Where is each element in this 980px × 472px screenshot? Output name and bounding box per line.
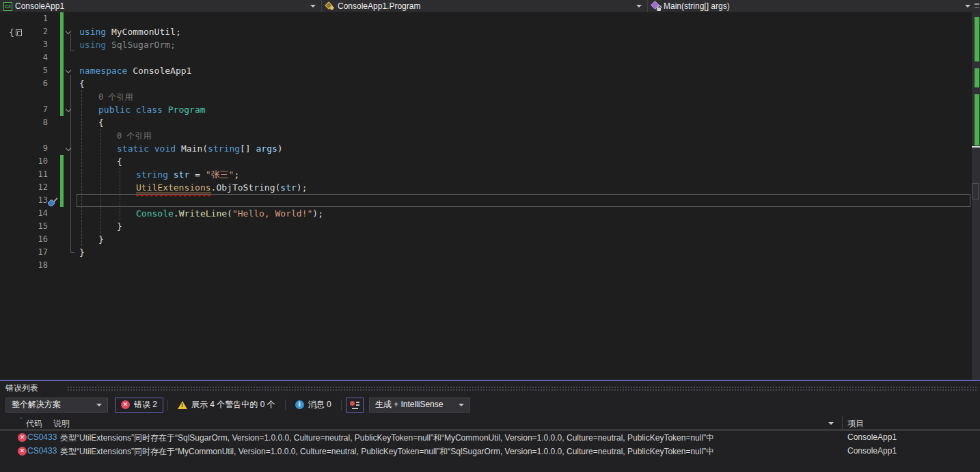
nav-type-label: ConsoleApp1.Program	[338, 1, 420, 11]
scope-selector[interactable]: 整个解决方案	[5, 398, 108, 413]
error-description: 类型“UtilExtensions”同时存在于“MyCommonUtil, Ve…	[60, 446, 714, 458]
nav-project-label: ConsoleApp1	[15, 1, 64, 11]
toolbar-divider	[341, 400, 342, 411]
code-text: static void Main(string[] args)	[117, 142, 283, 155]
error-code-link[interactable]: CS0433	[27, 432, 57, 442]
quick-actions-screwdriver-icon[interactable]	[48, 197, 59, 206]
line-number: 10	[19, 155, 48, 168]
code-line-8[interactable]: 8{	[0, 116, 972, 129]
collapse-chevron-icon[interactable]	[66, 29, 71, 34]
error-project: ConsoleApp1	[847, 432, 897, 442]
error-list-toolbar: 整个解决方案 ✕ 错误 2 展示 4 个警告中的 0 个 i 消息 0 生成 +…	[0, 395, 980, 414]
current-line-highlight	[77, 194, 970, 207]
error-icon: ✕	[121, 400, 130, 409]
code-line-10[interactable]: 10{	[0, 155, 972, 168]
code-line-6[interactable]: 6{	[0, 77, 972, 90]
line-number: 9	[19, 142, 48, 155]
code-line-3[interactable]: 3using SqlSugarOrm;	[0, 38, 972, 51]
error-icon: ✕	[18, 433, 27, 442]
error-project: ConsoleApp1	[847, 446, 897, 456]
line-number: 4	[19, 51, 48, 64]
line-number: 1	[19, 12, 48, 25]
code-text: {	[79, 77, 85, 90]
code-line-5[interactable]: 5namespace ConsoleApp1	[0, 64, 972, 77]
change-tracking-bar	[60, 155, 64, 207]
severity-column-header-icon: ʻʻ	[20, 417, 23, 423]
line-number: 16	[19, 233, 48, 246]
code-line-4[interactable]: 4	[0, 51, 972, 64]
scrollbar-thumb[interactable]	[972, 183, 979, 199]
line-number: 14	[19, 207, 48, 220]
column-header-code[interactable]: 代码	[26, 418, 42, 430]
collapse-chevron-icon[interactable]	[66, 145, 71, 151]
error-grid-header: ʻʻ 代码 说明 项目	[0, 416, 980, 430]
class-icon	[325, 1, 335, 11]
codelens-row[interactable]: 0 个引用	[0, 129, 972, 142]
error-row[interactable]: ✕CS0433类型“UtilExtensions”同时存在于“SqlSugarO…	[0, 431, 980, 445]
code-text: namespace ConsoleApp1	[79, 64, 191, 77]
scrollbar-change-mark	[975, 94, 979, 145]
code-text: 0 个引用	[98, 90, 133, 104]
nav-project-dropdown[interactable]: C# ConsoleApp1	[0, 0, 322, 12]
line-number: 12	[19, 181, 48, 194]
toolbar-divider	[167, 400, 168, 411]
errors-filter-label: 错误 2	[134, 399, 157, 411]
codelens-row[interactable]: 0 个引用	[0, 90, 972, 103]
scrollbar-caret-mark	[972, 146, 980, 148]
error-row[interactable]: ✕CS0433类型“UtilExtensions”同时存在于“MyCommonU…	[0, 445, 980, 458]
scope-selector-value: 整个解决方案	[12, 399, 61, 411]
chevron-down-icon[interactable]	[310, 5, 316, 8]
line-number: 17	[19, 246, 48, 259]
code-text: 0 个引用	[117, 129, 151, 143]
line-number: 18	[19, 259, 48, 272]
code-text: string str = "张三";	[136, 168, 239, 181]
chevron-down-icon[interactable]	[965, 5, 970, 8]
scrollbar-change-mark	[975, 68, 979, 87]
code-line-15[interactable]: 15}	[0, 220, 972, 233]
code-line-18[interactable]: 18	[0, 259, 972, 272]
chevron-down-icon	[459, 404, 464, 406]
code-line-14[interactable]: 14Console.WriteLine("Hello, World!");	[0, 207, 972, 220]
code-line-1[interactable]: 1	[0, 12, 972, 25]
line-number: 6	[19, 77, 48, 90]
code-text: using MyCommonUtil;	[79, 25, 181, 38]
code-text: using SqlSugarOrm;	[79, 38, 176, 51]
messages-filter-button[interactable]: i 消息 0	[290, 398, 337, 413]
code-line-17[interactable]: 17}	[0, 246, 972, 259]
column-header-description[interactable]: 说明	[53, 418, 70, 430]
nav-member-dropdown[interactable]: Main(string[] args)	[648, 0, 980, 12]
code-editor[interactable]: { 12using MyCommonUtil;3using SqlSugarOr…	[0, 12, 972, 380]
chevron-down-icon[interactable]	[636, 5, 642, 8]
collapse-chevron-icon[interactable]	[66, 68, 71, 73]
filter-button[interactable]	[346, 398, 364, 413]
code-line-11[interactable]: 11string str = "张三";	[0, 168, 972, 181]
code-line-9[interactable]: 9static void Main(string[] args)	[0, 142, 972, 155]
code-text: public class Program	[98, 103, 206, 116]
line-number: 5	[19, 64, 48, 77]
column-header-project[interactable]: 项目	[847, 418, 864, 430]
line-number: 3	[19, 38, 48, 51]
code-text: }	[79, 246, 85, 259]
filter-icon	[349, 400, 360, 410]
source-selector[interactable]: 生成 + IntelliSense	[369, 398, 470, 413]
code-text: Console.WriteLine("Hello, World!");	[136, 207, 323, 220]
warning-icon	[178, 401, 187, 409]
code-line-2[interactable]: 2using MyCommonUtil;	[0, 25, 972, 38]
nav-type-dropdown[interactable]: ConsoleApp1.Program	[322, 0, 648, 12]
collapse-chevron-icon[interactable]	[66, 107, 71, 112]
nav-member-label: Main(string[] args)	[664, 1, 730, 11]
errors-filter-button[interactable]: ✕ 错误 2	[115, 398, 163, 413]
editor-scrollbar[interactable]	[972, 12, 980, 380]
code-line-7[interactable]: 7public class Program	[0, 103, 972, 116]
line-number: 2	[19, 25, 48, 38]
code-text: }	[117, 220, 122, 233]
error-code-link[interactable]: CS0433	[27, 446, 57, 456]
line-number: 7	[19, 103, 48, 116]
warnings-filter-button[interactable]: 展示 4 个警告中的 0 个	[172, 398, 281, 413]
code-line-12[interactable]: 12UtilExtensions.ObjToString(str);	[0, 181, 972, 194]
error-description: 类型“UtilExtensions”同时存在于“SqlSugarOrm, Ver…	[60, 432, 714, 444]
column-filter-icon[interactable]	[828, 422, 834, 425]
code-line-16[interactable]: 16}	[0, 233, 972, 246]
split-handle-icon[interactable]	[975, 3, 979, 8]
line-number: 8	[19, 116, 48, 129]
